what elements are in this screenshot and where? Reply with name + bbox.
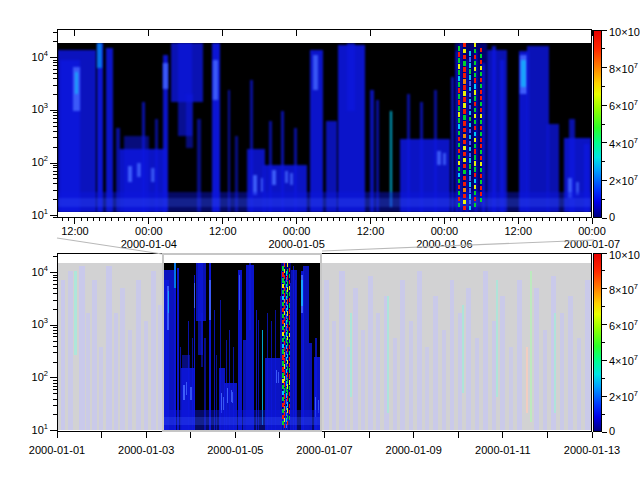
colorbar-tick-label: 0 — [609, 426, 615, 437]
colorbar-tick-label: 8×107 — [609, 62, 638, 75]
burst-dash-segment — [469, 176, 471, 180]
burst-dash-segment — [474, 84, 476, 88]
burst-dash-segment — [474, 78, 476, 82]
axis-tick — [53, 352, 57, 353]
spectrogram-stripe — [433, 296, 438, 430]
spectrogram-stripe — [151, 271, 156, 430]
axis-tick — [567, 218, 568, 221]
axis-tick — [111, 218, 112, 221]
spectrogram-stripe — [128, 330, 132, 430]
axis-tick — [502, 432, 503, 438]
axis-tick — [173, 218, 174, 221]
spectrogram-stripe — [475, 338, 479, 430]
spectrogram-stripe — [347, 43, 355, 111]
axis-tick — [53, 147, 57, 148]
axis-tick — [592, 432, 593, 438]
burst-dash-segment — [458, 100, 460, 104]
axis-tick — [167, 218, 168, 221]
axis-tick — [53, 183, 57, 184]
spectrogram-stripe — [361, 330, 365, 430]
axis-tick — [369, 432, 370, 438]
axis-tick — [602, 306, 605, 307]
spectrogram-stripe — [213, 60, 218, 101]
axis-tick — [50, 110, 57, 111]
burst-dash-segment — [480, 198, 482, 202]
spectrogram-stripe — [500, 60, 504, 212]
spectrogram-stripe — [425, 347, 429, 431]
axis-tick — [53, 288, 57, 289]
burst-dash-segment — [463, 134, 465, 138]
axis-tick — [179, 218, 180, 221]
axis-tick — [53, 362, 57, 363]
spectrogram-stripe — [106, 266, 112, 430]
burst-dash-segment — [463, 121, 465, 125]
burst-dash-segment — [480, 132, 482, 136]
burst-dash-segment — [474, 138, 476, 142]
axis-tick — [50, 272, 57, 273]
burst-dash-segment — [474, 161, 476, 165]
spectrogram-stripe — [443, 153, 446, 165]
spectrogram-stripe — [158, 305, 162, 430]
burst-dash-segment — [469, 99, 471, 103]
axis-tick — [413, 432, 414, 438]
axis-tick — [50, 430, 57, 431]
axis-tick — [444, 30, 445, 36]
burst-dash-segment — [463, 55, 465, 59]
time-tick-label: 00:00 — [578, 226, 606, 237]
axis-tick — [53, 256, 57, 257]
burst-dash-segment — [474, 167, 476, 171]
spectrogram-stripe — [144, 321, 148, 430]
axis-tick — [53, 277, 57, 278]
axis-tick — [561, 218, 562, 221]
axis-tick — [462, 218, 463, 221]
date-tick-label: 2000-01-11 — [475, 445, 530, 456]
burst-dash-segment — [474, 73, 476, 77]
axis-tick — [53, 174, 57, 175]
spectrogram-stripe — [290, 173, 293, 185]
burst-dash-segment — [469, 147, 471, 151]
burst-dash-segment — [480, 114, 482, 118]
spectrogram-stripe — [61, 280, 65, 430]
burst-dash-segment — [463, 182, 465, 186]
burst-dash-segment — [480, 138, 482, 142]
spectrogram-stripe — [324, 280, 329, 430]
axis-tick — [278, 218, 279, 221]
burst-dash-segment — [474, 132, 476, 136]
axis-tick — [228, 218, 229, 221]
burst-dash-segment — [463, 128, 465, 132]
date-tick-label: 2000-01-01 — [29, 445, 85, 456]
spectrogram-stripe — [120, 288, 125, 430]
time-selection-box[interactable] — [162, 253, 322, 432]
burst-dash-segment — [480, 84, 482, 88]
burst-dash-segment — [480, 60, 482, 64]
axis-tick — [53, 69, 57, 70]
spectrogram-stripe — [350, 313, 352, 397]
colorbar-tick-label: 0 — [609, 212, 615, 223]
spectrogram-stripe — [137, 163, 141, 177]
burst-dash-segment — [458, 106, 460, 110]
burst-dash-segment — [474, 55, 476, 59]
burst-dash-segment — [480, 78, 482, 82]
date-tick-label: 2000-01-07 — [296, 445, 352, 456]
axis-tick — [573, 218, 574, 221]
burst-dash-segment — [480, 66, 482, 70]
axis-tick — [74, 218, 75, 224]
axis-tick — [53, 284, 57, 285]
burst-dash-segment — [469, 188, 471, 192]
freq-tick-label: 103 — [23, 317, 48, 330]
burst-dash-segment — [474, 108, 476, 112]
burst-dash-segment — [463, 115, 465, 119]
burst-dash-segment — [458, 197, 460, 201]
burst-dash-segment — [463, 85, 465, 89]
burst-dash-segment — [469, 182, 471, 186]
burst-dash-segment — [463, 176, 465, 180]
axis-tick — [339, 218, 340, 221]
axis-tick — [53, 414, 57, 415]
axis-tick — [602, 180, 607, 181]
axis-tick — [602, 67, 607, 68]
colorbar-tick-label: 8×107 — [609, 283, 638, 296]
burst-dash-segment — [469, 87, 471, 91]
burst-dash-segment — [458, 173, 460, 177]
axis-tick — [487, 218, 488, 221]
spectrogram-stripe — [466, 288, 471, 430]
